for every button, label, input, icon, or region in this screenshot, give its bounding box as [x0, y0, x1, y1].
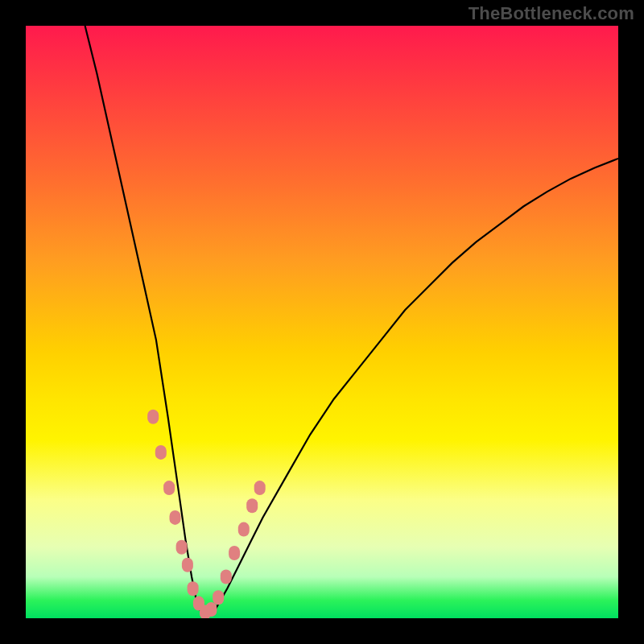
chart-svg — [26, 26, 618, 618]
marker-group — [147, 410, 266, 618]
marker-dot — [176, 540, 188, 555]
marker-dot — [147, 410, 159, 424]
marker-dot — [182, 558, 193, 572]
plot-area — [26, 26, 618, 618]
curve-line — [85, 26, 618, 615]
marker-dot — [246, 498, 258, 513]
marker-dot — [188, 581, 199, 596]
marker-dot — [205, 602, 217, 617]
watermark-text: TheBottleneck.com — [469, 3, 634, 24]
marker-dot — [170, 510, 181, 525]
marker-dot — [254, 481, 266, 495]
marker-dot — [213, 590, 224, 605]
marker-dot — [221, 570, 232, 584]
chart-frame: TheBottleneck.com — [0, 0, 644, 644]
marker-dot — [163, 481, 175, 495]
marker-dot — [238, 522, 250, 537]
marker-dot — [229, 546, 240, 560]
marker-dot — [155, 445, 167, 460]
